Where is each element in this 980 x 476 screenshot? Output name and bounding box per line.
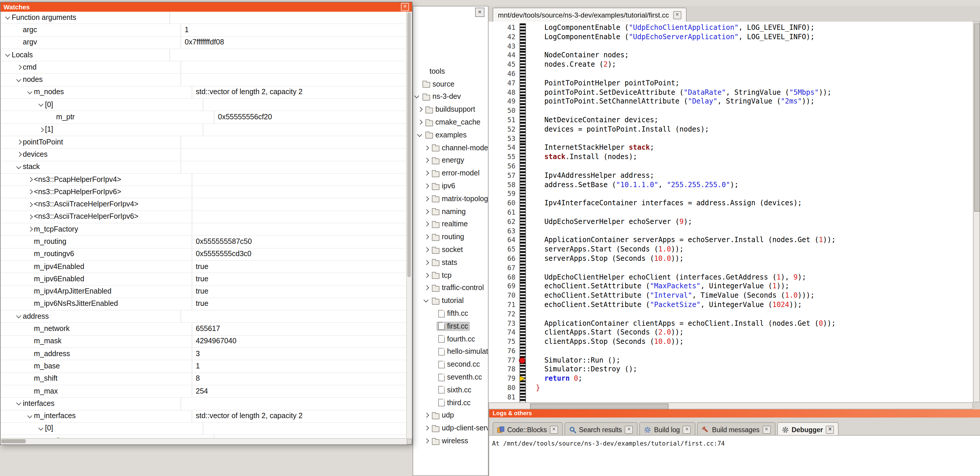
breakpoint-margin[interactable]: [520, 264, 526, 273]
tree-item-udp[interactable]: udp: [413, 409, 488, 422]
panel-close-icon[interactable]: ×: [475, 8, 484, 17]
tree-item-naming[interactable]: naming: [413, 205, 488, 218]
collapse-icon[interactable]: [4, 51, 12, 59]
tree-item-tutorial[interactable]: tutorial: [413, 294, 488, 307]
breakpoint-margin[interactable]: [520, 337, 526, 347]
code-line[interactable]: 53: [488, 134, 973, 144]
tree-item-buildsupport[interactable]: buildsupport: [413, 103, 488, 116]
breakpoint-margin[interactable]: [520, 254, 526, 264]
editor-tab-close-icon[interactable]: ×: [673, 11, 681, 19]
breakpoint-margin[interactable]: [520, 208, 526, 217]
logs-tab-build-messages[interactable]: Build messages×: [697, 422, 775, 436]
collapse-icon[interactable]: [416, 131, 424, 139]
breakpoint-margin[interactable]: [520, 310, 526, 319]
expand-icon[interactable]: [26, 188, 34, 196]
collapse-icon[interactable]: [15, 163, 23, 171]
code-line[interactable]: 54 InternetStackHelper stack;: [488, 144, 973, 153]
code-line[interactable]: 67: [488, 264, 973, 273]
code-line[interactable]: 73 ApplicationContainer clientApps = ech…: [488, 319, 973, 328]
breakpoint-margin[interactable]: [520, 51, 526, 61]
tree-item-cmake-cache[interactable]: cmake_cache: [413, 116, 488, 129]
breakpoint-margin[interactable]: [520, 88, 526, 97]
expand-icon[interactable]: [26, 200, 34, 208]
breakpoint-margin[interactable]: [520, 70, 526, 79]
code-line[interactable]: 78 Simulator::Destroy ();: [488, 365, 973, 375]
collapse-icon[interactable]: [413, 93, 421, 101]
code-line[interactable]: 43: [488, 42, 973, 51]
watch-row[interactable]: argv0x7fffffffdf08: [1, 37, 407, 49]
code-line[interactable]: 65 serverApps.Start (Seconds (1.0));: [488, 245, 973, 254]
collapse-icon[interactable]: [15, 313, 23, 321]
tab-close-icon[interactable]: ×: [762, 425, 770, 434]
breakpoint-margin[interactable]: [520, 393, 526, 403]
code-line[interactable]: 45 nodes.Create (2);: [488, 60, 973, 70]
editor-tab-first-cc[interactable]: mnt/dev/tools/source/ns-3-dev/examples/t…: [493, 8, 687, 22]
watch-row[interactable]: m_routing0x555555587c50: [1, 236, 407, 249]
watch-row[interactable]: interfaces: [1, 398, 407, 410]
breakpoint-margin[interactable]: [520, 116, 526, 125]
code-line[interactable]: 76: [488, 347, 973, 356]
code-line[interactable]: 64 ApplicationContainer serverApps = ech…: [488, 236, 973, 245]
breakpoint-margin[interactable]: [520, 33, 526, 42]
breakpoint-margin[interactable]: [520, 180, 526, 190]
watches-resize-grip[interactable]: [407, 439, 412, 444]
breakpoint-margin[interactable]: [520, 171, 526, 181]
collapse-icon[interactable]: [423, 297, 430, 305]
breakpoint-margin[interactable]: [520, 347, 526, 356]
tree-item-matrix-topology[interactable]: matrix-topology: [413, 192, 488, 205]
expand-icon[interactable]: [423, 144, 430, 152]
watch-row[interactable]: m_ipv6NsRsJitterEnabledtrue: [1, 298, 407, 311]
hscrollbar-thumb[interactable]: [530, 404, 668, 409]
breakpoint-margin[interactable]: [520, 375, 526, 384]
expand-icon[interactable]: [15, 138, 23, 146]
tree-item-seventh-cc[interactable]: seventh.cc: [413, 371, 488, 383]
tree-item-traffic-control[interactable]: traffic-control: [413, 281, 488, 294]
expand-icon[interactable]: [423, 233, 430, 241]
breakpoint-margin[interactable]: [520, 245, 526, 254]
code-line[interactable]: 66 serverApps.Stop (Seconds (10.0));: [488, 254, 973, 264]
expand-icon[interactable]: [423, 411, 430, 420]
watch-row[interactable]: <ns3::AsciiTraceHelperForIpv6>: [1, 211, 407, 224]
watch-row[interactable]: m_max254: [1, 385, 407, 398]
breakpoint-margin[interactable]: [520, 383, 526, 393]
watch-row[interactable]: m_routingv60x5555555cd3c0: [1, 248, 407, 261]
watch-row[interactable]: <ns3::PcapHelperForIpv6>: [1, 186, 407, 198]
code-line[interactable]: 69 echoClient.SetAttribute ("MaxPackets"…: [488, 282, 973, 292]
expand-icon[interactable]: [423, 271, 430, 279]
code-line[interactable]: 77 Simulator::Run ();: [488, 356, 973, 365]
code-line[interactable]: 56: [488, 162, 973, 171]
watch-row[interactable]: m_interfacesstd::vector of length 2, cap…: [1, 410, 407, 423]
tree-item-socket[interactable]: socket: [413, 243, 488, 256]
code-line[interactable]: 79 return 0;: [488, 375, 973, 384]
code-line[interactable]: 75 clientApps.Stop (Seconds (10.0));: [488, 337, 973, 347]
tab-close-icon[interactable]: ×: [826, 425, 834, 434]
breakpoint-margin[interactable]: [520, 199, 526, 208]
code-line[interactable]: 80}: [488, 383, 973, 393]
watch-row[interactable]: m_shift8: [1, 373, 407, 385]
debugger-log[interactable]: At /mnt/dev/tools/source/ns-3-dev/exampl…: [489, 435, 980, 476]
editor-horizontal-scrollbar[interactable]: [488, 403, 973, 409]
collapse-icon[interactable]: [37, 425, 45, 433]
code-line[interactable]: 52 devices = pointToPoint.Install (nodes…: [488, 125, 973, 134]
watch-row[interactable]: m_ipv6Enabledtrue: [1, 273, 407, 286]
tree-item-realtime[interactable]: realtime: [413, 218, 488, 231]
watch-row[interactable]: nodes: [1, 74, 407, 86]
watches-hscroll-thumb[interactable]: [1, 439, 26, 443]
tree-item-tcp[interactable]: tcp: [413, 269, 488, 282]
tree-item-second-cc[interactable]: second.cc: [413, 358, 488, 371]
breakpoint-margin[interactable]: [520, 190, 526, 199]
watches-vscroll-thumb[interactable]: [407, 12, 411, 277]
tab-close-icon[interactable]: ×: [625, 425, 633, 434]
breakpoint-margin[interactable]: [520, 162, 526, 171]
expand-icon[interactable]: [26, 213, 34, 221]
breakpoint-margin[interactable]: [520, 134, 526, 144]
breakpoint-margin[interactable]: [520, 236, 526, 245]
expand-icon[interactable]: [423, 246, 430, 254]
collapse-icon[interactable]: [15, 76, 23, 84]
breakpoint-margin[interactable]: [520, 106, 526, 116]
code-editor[interactable]: 41 LogComponentEnable ("UdpEchoClientApp…: [488, 22, 973, 403]
code-line[interactable]: 68 UdpEchoClientHelper echoClient (inter…: [488, 273, 973, 282]
watch-row[interactable]: m_mask4294967040: [1, 335, 407, 348]
watch-row[interactable]: devices: [1, 149, 407, 161]
expand-icon[interactable]: [26, 225, 34, 233]
